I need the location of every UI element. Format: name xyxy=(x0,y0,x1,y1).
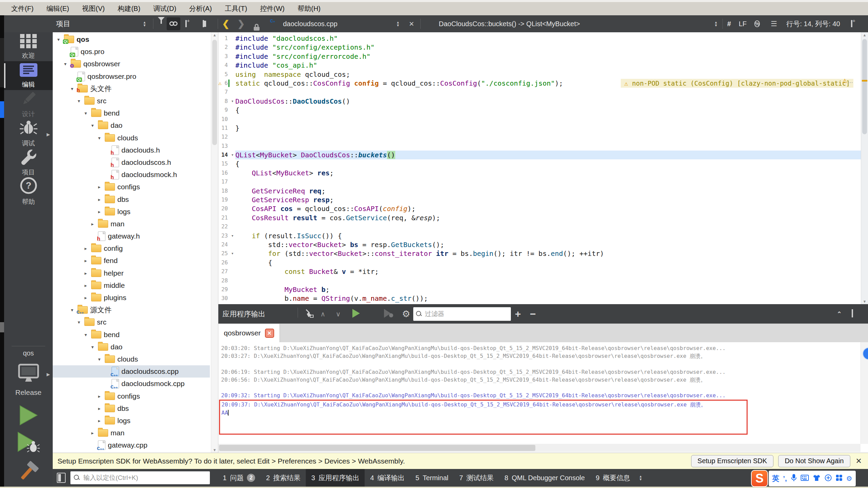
prev-item-icon[interactable]: ∧ xyxy=(320,310,326,318)
code-line[interactable]: 18 GetServiceReq req; xyxy=(218,187,861,195)
run-icon[interactable] xyxy=(352,308,361,320)
menu-item-2[interactable]: 视图(V) xyxy=(76,2,111,15)
code-line[interactable]: 21 CosResult result = cos.GetService(req… xyxy=(218,213,861,222)
fold-marker[interactable]: ▾ xyxy=(230,97,235,106)
code-line[interactable]: 28 xyxy=(218,276,861,285)
tree-row[interactable]: ▸fend xyxy=(53,255,210,267)
collapsed-icon[interactable]: ▸ xyxy=(96,184,102,190)
collapsed-icon[interactable]: ▸ xyxy=(96,394,102,399)
tree-row[interactable]: Qtqos.pro xyxy=(53,46,210,58)
code-line[interactable]: ⚠6static qcloud_cos::CosConfig config = … xyxy=(218,79,861,88)
collapse-panel-icon[interactable]: ⌃ xyxy=(837,310,842,318)
code-line[interactable]: 16 QList<MyBucket> res; xyxy=(218,169,861,177)
collapsed-icon[interactable]: ▸ xyxy=(83,295,89,300)
split-icon[interactable] xyxy=(185,21,187,27)
code-editor[interactable]: 1#include "daocloudscos.h"2#include "src… xyxy=(218,32,861,306)
code-line[interactable]: 29 MyBucket b; xyxy=(218,285,861,294)
symbol-dropdown-icon[interactable]: ▲▼ xyxy=(714,21,718,27)
tree-row[interactable]: ▸configs xyxy=(53,390,210,402)
close-notification-icon[interactable]: ✕ xyxy=(856,457,862,466)
sogou-logo-icon[interactable]: S xyxy=(751,470,768,487)
tree-row[interactable]: hdaocloudscos.h xyxy=(53,156,210,169)
locator-input[interactable] xyxy=(83,474,196,482)
menu-item-3[interactable]: 构建(B) xyxy=(111,2,147,15)
tree-scrollbar[interactable]: ▲ ▼ xyxy=(211,32,218,453)
encoding-icon[interactable]: % xyxy=(754,20,760,28)
scroll-up-icon[interactable]: ▲ xyxy=(211,33,218,37)
symbol-selector[interactable]: DaoCloudsCos::buckets() -> QList<MyBucke… xyxy=(439,20,580,28)
keyboard-icon[interactable] xyxy=(801,475,809,482)
code-line[interactable]: 12 xyxy=(218,133,861,141)
code-line[interactable]: 27 const Bucket& v = *itr; xyxy=(218,267,861,276)
scrollbar-thumb[interactable] xyxy=(862,39,867,134)
expanded-icon[interactable]: ▾ xyxy=(55,37,62,42)
scroll-up-icon[interactable]: ▲ xyxy=(861,33,868,37)
expanded-icon[interactable]: ▾ xyxy=(69,307,75,313)
tree-row[interactable]: ▾src xyxy=(53,316,210,328)
close-tab-icon[interactable]: ✕ xyxy=(265,329,274,338)
output-pane-tab-1[interactable]: 1问题2 xyxy=(217,469,261,487)
expanded-icon[interactable]: ▾ xyxy=(69,86,75,91)
code-line[interactable]: 11} xyxy=(218,124,861,133)
mode-debug[interactable]: 调试▶ xyxy=(4,119,53,148)
tree-row[interactable]: hgateway.h xyxy=(53,230,210,242)
code-line[interactable]: 22 xyxy=(218,222,861,231)
tree-row[interactable]: ▸dbs xyxy=(53,402,210,415)
back-icon[interactable]: ❮ xyxy=(222,19,230,29)
output-pane-tab-5[interactable]: 5Terminal xyxy=(410,469,454,487)
open-file-selector[interactable]: daocloudscos.cpp xyxy=(283,20,337,28)
code-line[interactable]: 14▾QList<MyBucket> DaoCloudsCos::buckets… xyxy=(218,151,861,159)
output-text-area[interactable]: 20:03:20: Starting D:\XueXiZhuanYong\QT_… xyxy=(218,342,861,443)
collapsed-icon[interactable]: ▸ xyxy=(96,406,102,411)
menu-item-8[interactable]: 帮助(H) xyxy=(291,2,327,15)
maximize-panel-icon[interactable] xyxy=(852,311,853,317)
output-pane-tab-4[interactable]: 4编译输出 xyxy=(365,469,410,487)
output-pane-tab-7[interactable]: 7测试结果 xyxy=(454,469,499,487)
fold-marker[interactable]: ▾ xyxy=(230,249,235,258)
tree-row[interactable]: ▾bend xyxy=(53,329,210,341)
next-item-icon[interactable]: ∨ xyxy=(336,310,341,318)
code-line[interactable]: 10 xyxy=(218,115,861,124)
expanded-icon[interactable]: ▾ xyxy=(62,61,68,67)
zoom-in-icon[interactable]: + xyxy=(515,308,521,320)
scroll-down-icon[interactable]: ▼ xyxy=(861,299,868,303)
tree-row[interactable]: ▸logs xyxy=(53,206,210,218)
tree-row[interactable]: C₊₊gateway.cpp xyxy=(53,439,210,451)
split-editor-icon[interactable] xyxy=(851,21,852,27)
notification-button-0[interactable]: Setup Emscripten SDK xyxy=(691,455,774,467)
ime-language[interactable]: 英 xyxy=(772,474,779,483)
scrollbar-thumb[interactable] xyxy=(219,445,535,451)
forward-icon[interactable]: ❯ xyxy=(237,19,245,29)
toolbox-icon[interactable] xyxy=(824,474,832,483)
mode-projects[interactable]: 项目 xyxy=(4,148,53,177)
tree-row[interactable]: hdaoclouds.h xyxy=(53,144,210,156)
code-line[interactable]: 26 { xyxy=(218,258,861,267)
expanded-icon[interactable]: ▾ xyxy=(89,344,96,350)
code-line[interactable]: 23▾ if (result.IsSucc()) { xyxy=(218,231,861,240)
settings-gear-icon[interactable]: ⚙ xyxy=(402,309,410,319)
code-line[interactable]: 20 CosAPI cos = qcloud_cos::CosAPI(confi… xyxy=(218,204,861,213)
code-line[interactable]: 24 std::vector<Bucket> bs = resp.GetBuck… xyxy=(218,240,861,249)
code-line[interactable]: 3#include "src/config/errorcode.h" xyxy=(218,52,861,61)
code-line[interactable]: 2#include "src/config/exceptions.h" xyxy=(218,43,861,52)
tree-row[interactable]: ▾⚙qosbrowser xyxy=(53,58,210,70)
collapsed-icon[interactable]: ▸ xyxy=(83,246,89,251)
output-pane-tab-9[interactable]: 9概要信息 xyxy=(590,469,635,487)
build-button[interactable] xyxy=(4,459,53,483)
expanded-icon[interactable]: ▾ xyxy=(96,356,102,362)
editor-scrollbar[interactable]: ▲ ▼ xyxy=(861,32,868,304)
line-ending-selector[interactable]: LF xyxy=(739,20,747,28)
code-line[interactable]: 8▾DaoCloudsCos::DaoCloudsCos() xyxy=(218,97,861,106)
code-line[interactable]: 17 xyxy=(218,177,861,186)
annotate-icon[interactable]: # xyxy=(727,20,731,28)
tree-row[interactable]: ▸helper xyxy=(53,267,210,279)
menu-item-0[interactable]: 文件(F) xyxy=(5,2,40,15)
menu-item-7[interactable]: 控件(W) xyxy=(254,2,291,15)
close-document-icon[interactable]: ✕ xyxy=(409,20,414,28)
clean-icon[interactable] xyxy=(304,309,314,319)
toggle-sidebar-icon[interactable] xyxy=(57,473,66,483)
menu-item-1[interactable]: 编辑(E) xyxy=(40,2,76,15)
mode-welcome[interactable]: 欢迎 xyxy=(4,32,53,61)
expanded-icon[interactable]: ▾ xyxy=(89,123,96,128)
run-button[interactable] xyxy=(4,404,53,426)
